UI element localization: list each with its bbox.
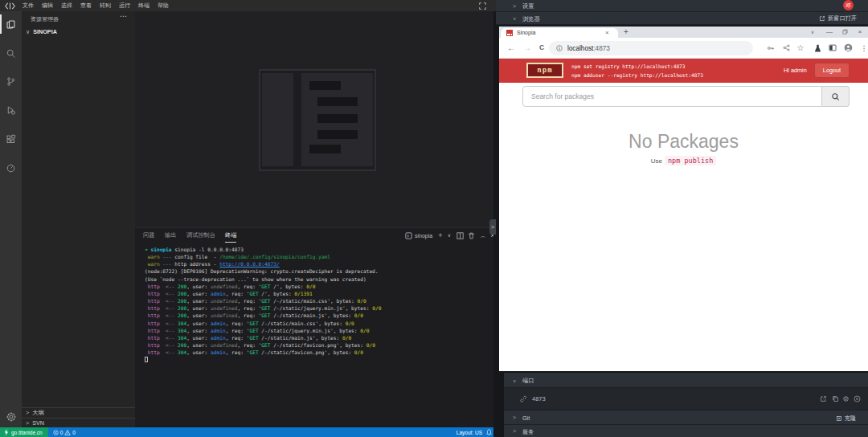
app-logo-icon xyxy=(5,2,15,10)
bookmark-star-icon[interactable]: ☆ xyxy=(794,41,807,55)
npm-logo[interactable]: npm xyxy=(526,63,563,78)
panel-tab[interactable]: 问题 xyxy=(143,228,154,243)
terminal-dropdown-icon[interactable]: ∨ xyxy=(445,228,453,243)
share-icon[interactable] xyxy=(780,41,792,55)
chevron-right-icon: > xyxy=(26,408,29,418)
sidebar-folder-sinopia[interactable]: ∨SINOPIA xyxy=(26,28,57,35)
chevron-right-icon: > xyxy=(513,428,516,433)
sidebar-more-icon[interactable]: ⋯ xyxy=(120,12,127,20)
source-control-icon[interactable] xyxy=(0,69,22,93)
menu-item[interactable]: 帮助 xyxy=(154,0,173,11)
npm-favicon xyxy=(506,30,513,36)
terminal-process-icon xyxy=(403,228,413,243)
activity-bar xyxy=(0,11,22,427)
section-git[interactable]: > Git 克隆 xyxy=(504,410,868,425)
logout-button[interactable]: Logout xyxy=(814,63,850,78)
warning-icon xyxy=(64,430,71,435)
search-button[interactable] xyxy=(822,86,850,107)
menu-item[interactable]: 查看 xyxy=(76,0,96,11)
fullscreen-icon[interactable] xyxy=(479,2,486,10)
profiler-icon[interactable] xyxy=(0,156,22,180)
split-view-icon[interactable] xyxy=(826,41,839,55)
sidebar-section-svn[interactable]: >SVN xyxy=(22,418,135,427)
status-bar: go.titanide.cn 0 0 xyxy=(0,427,496,437)
open-new-window-button[interactable]: 新窗口打开 xyxy=(819,12,857,25)
profile-avatar-icon[interactable] xyxy=(841,41,854,55)
chevron-right-icon: > xyxy=(513,3,516,8)
search-input[interactable] xyxy=(522,86,822,107)
editor-watermark xyxy=(259,69,376,171)
settings-gear-icon[interactable] xyxy=(0,405,22,429)
user-avatar-badge[interactable]: 邓 xyxy=(843,0,854,10)
section-services[interactable]: > 服务 xyxy=(504,425,868,437)
page-info-icon[interactable] xyxy=(556,45,563,51)
search-icon[interactable] xyxy=(0,41,22,65)
sidebar-section-outline[interactable]: >大纲 xyxy=(22,407,135,418)
browser-window: Sinopia × + ∨ — × ← → C localhost:4873 xyxy=(499,27,868,371)
browser-tab-title: Sinopia xyxy=(517,28,535,38)
port-row[interactable]: 4873 xyxy=(504,388,868,410)
notifications-bell-icon[interactable] xyxy=(486,429,492,435)
menu-item[interactable]: 选择 xyxy=(57,0,76,11)
maximize-panel-icon[interactable]: ︿ xyxy=(479,228,487,243)
open-external-icon xyxy=(819,15,825,22)
address-bar[interactable]: localhost:4873 xyxy=(549,41,753,55)
browser-tab-strip: Sinopia × + ∨ — × xyxy=(499,27,868,38)
section-ports[interactable]: ∨ 端口 xyxy=(504,373,868,388)
extension-beaker-icon[interactable] xyxy=(811,41,824,55)
port-number: 4873 xyxy=(532,395,546,402)
extensions-icon[interactable] xyxy=(0,127,22,151)
restore-window-icon[interactable] xyxy=(840,27,850,38)
git-clone-button[interactable]: 克隆 xyxy=(836,415,856,423)
link-icon xyxy=(519,395,527,403)
section-settings[interactable]: > 设置 xyxy=(496,0,868,12)
menu-item[interactable]: 编辑 xyxy=(38,0,57,11)
refresh-icon[interactable]: C xyxy=(539,38,544,58)
terminal-shell-label[interactable]: sinopia xyxy=(415,228,432,243)
browser-menu-dots-icon[interactable]: ⋮ xyxy=(858,41,868,55)
minimize-window-icon[interactable]: — xyxy=(825,27,834,38)
menu-item[interactable]: 运行 xyxy=(115,0,134,11)
error-icon xyxy=(53,430,59,435)
panel-tab[interactable]: 调试控制台 xyxy=(186,228,215,243)
panel-expand-handle[interactable]: > xyxy=(489,219,496,235)
stop-port-icon[interactable] xyxy=(854,395,861,402)
forward-icon[interactable]: → xyxy=(523,38,531,58)
menu-item[interactable]: 文件 xyxy=(18,0,38,11)
right-panel: > 设置 邓 ∨ 浏览器 新窗口打开 Sinopia × + ∨ — xyxy=(493,0,868,437)
no-packages-title: No Packages xyxy=(499,131,868,153)
split-terminal-icon[interactable] xyxy=(455,228,465,243)
run-and-debug-icon[interactable] xyxy=(0,98,22,122)
terminal-panel: 问题输出调试控制台终端 sinopia + ∨ ︿ × ➜ sinopia si… xyxy=(135,227,496,427)
new-tab-icon[interactable]: + xyxy=(624,27,628,37)
gear-icon[interactable] xyxy=(842,395,850,402)
search-icon xyxy=(831,92,840,101)
title-bar: 文件编辑选择查看转到运行终端帮助 xyxy=(0,0,496,11)
panel-tab[interactable]: 输出 xyxy=(165,228,176,243)
menu-item[interactable]: 终端 xyxy=(134,0,154,11)
ide-window: 文件编辑选择查看转到运行终端帮助 资源管理器 ⋯ ∨SINOPIA >大纲 xyxy=(0,0,868,437)
key-icon[interactable] xyxy=(764,41,777,55)
close-tab-icon[interactable]: × xyxy=(605,28,609,38)
browser-menu-chevron-icon[interactable]: ∨ xyxy=(808,27,817,38)
terminal-output[interactable]: ➜ sinopia sinopia -l 0.0.0.0:4873 warn -… xyxy=(145,246,381,364)
remote-indicator[interactable]: go.titanide.cn xyxy=(0,427,48,437)
kill-terminal-icon[interactable] xyxy=(466,228,476,243)
explorer-icon[interactable] xyxy=(0,12,22,36)
browser-tab[interactable]: Sinopia × xyxy=(501,28,618,38)
editor-area xyxy=(135,11,496,227)
new-terminal-icon[interactable]: + xyxy=(436,228,444,243)
problems-status[interactable]: 0 0 xyxy=(53,430,76,435)
browser-toolbar: ← → C localhost:4873 ☆ xyxy=(499,38,868,59)
close-window-icon[interactable]: × xyxy=(855,27,865,38)
open-in-browser-icon[interactable] xyxy=(820,395,827,402)
panel-tab[interactable]: 终端 xyxy=(225,228,236,243)
chevron-down-icon: ∨ xyxy=(513,15,516,20)
chevron-down-icon: ∨ xyxy=(513,378,516,382)
copy-icon[interactable] xyxy=(832,395,839,402)
section-browser[interactable]: ∨ 浏览器 新窗口打开 xyxy=(496,12,868,25)
back-icon[interactable]: ← xyxy=(507,38,515,58)
keyboard-layout[interactable]: Layout: US xyxy=(457,430,482,435)
url-host: localhost xyxy=(567,45,593,52)
menu-item[interactable]: 转到 xyxy=(96,0,115,11)
